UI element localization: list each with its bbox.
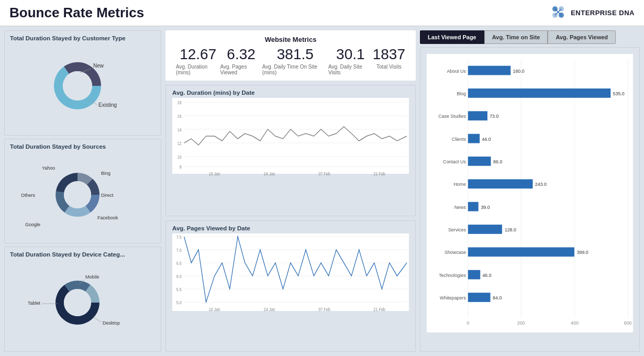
bar-chart-card: 0 200 400 600 About Us 160.0 Blog [420, 47, 640, 352]
line-chart-duration-card: Avg. Duration (mins) by Date 18 16 14 12… [165, 85, 416, 216]
svg-rect-81 [468, 157, 491, 166]
svg-text:07 Feb: 07 Feb [318, 307, 330, 312]
svg-text:24 Jan: 24 Jan [264, 171, 275, 176]
svg-rect-96 [468, 270, 480, 280]
metric-daily-visits: 30.1 Avg. Daily Site Visits [328, 47, 373, 75]
svg-text:200: 200 [517, 320, 525, 326]
svg-rect-78 [468, 134, 480, 143]
metric-avg-duration: 12.67 Avg. Duration (mins) [176, 47, 220, 75]
svg-text:5.5: 5.5 [176, 287, 182, 292]
svg-text:Bing: Bing [101, 171, 110, 176]
metric-label-pages: Avg. Pages Viewed [220, 64, 262, 75]
svg-point-18 [64, 289, 91, 316]
svg-text:5.0: 5.0 [176, 300, 182, 305]
svg-text:84.0: 84.0 [493, 295, 502, 301]
tab-last-viewed[interactable]: Last Viewed Page [420, 30, 484, 44]
svg-text:Others: Others [21, 193, 36, 198]
svg-rect-69 [468, 66, 510, 75]
svg-text:24 Jan: 24 Jan [264, 307, 275, 312]
svg-text:6.0: 6.0 [176, 274, 182, 279]
svg-point-6 [63, 71, 92, 101]
svg-text:243.0: 243.0 [535, 182, 547, 187]
svg-text:Existing: Existing [98, 102, 117, 108]
metric-avg-pages: 6.32 Avg. Pages Viewed [220, 47, 262, 75]
metrics-bar: Website Metrics 12.67 Avg. Duration (min… [165, 30, 416, 81]
svg-text:New: New [93, 63, 104, 69]
dna-icon [550, 5, 567, 21]
donut-wrapper-sources: Bing Direct Facebook Google Others Yahoo [10, 152, 156, 237]
svg-text:6.5: 6.5 [176, 261, 182, 266]
svg-text:10: 10 [177, 154, 182, 160]
svg-rect-87 [468, 202, 479, 212]
svg-text:86.0: 86.0 [493, 159, 502, 164]
tab-row: Last Viewed Page Avg. Time on Site Avg. … [420, 30, 640, 44]
metric-label-daily-visits: Avg. Daily Site Visits [328, 64, 373, 75]
svg-rect-75 [468, 111, 487, 120]
svg-text:7.5: 7.5 [176, 235, 182, 240]
svg-text:Google: Google [25, 222, 40, 227]
logo-text: ENTERPRISE DNA [571, 9, 635, 17]
line-chart-pages-card: Avg. Pages Viewed by Date 7.5 7.0 6.5 6.… [165, 220, 416, 352]
donut-title-sources: Total Duration Stayed by Sources [10, 143, 156, 150]
svg-text:Case Studies: Case Studies [438, 114, 466, 119]
svg-text:Whitepapers: Whitepapers [440, 295, 466, 301]
donut-wrapper-device: Mobile Tablet Desktop [10, 260, 156, 345]
metric-label-duration: Avg. Duration (mins) [176, 64, 220, 75]
svg-text:Mobile: Mobile [85, 274, 99, 280]
metric-label-total-visits: Total Visits [376, 64, 402, 70]
donut-card-customer-type: Total Duration Stayed by Customer Type [4, 30, 161, 136]
metrics-values: 12.67 Avg. Duration (mins) 6.32 Avg. Pag… [176, 47, 405, 75]
svg-text:21 Feb: 21 Feb [373, 307, 385, 312]
svg-text:Yahoo: Yahoo [42, 165, 55, 171]
svg-rect-90 [468, 225, 502, 234]
svg-text:Clients: Clients [452, 137, 467, 142]
svg-text:12: 12 [177, 141, 182, 146]
donut-card-device: Total Duration Stayed by Device Categ... [4, 247, 161, 352]
svg-text:Services: Services [448, 227, 467, 232]
donut-wrapper-customer: New Existing [10, 43, 156, 129]
tab-avg-pages[interactable]: Avg. Pages Viewed [548, 30, 616, 44]
svg-text:399.0: 399.0 [577, 250, 589, 255]
metric-value-daily-time: 381.5 [277, 47, 314, 63]
svg-line-24 [93, 317, 102, 322]
metric-label-daily-time: Avg. Daily Time On Site (mins) [262, 64, 328, 75]
bar-chart-svg: 0 200 400 600 About Us 160.0 Blog [427, 52, 633, 335]
svg-text:73.0: 73.0 [490, 114, 498, 119]
svg-rect-99 [468, 293, 491, 302]
svg-text:Blog: Blog [457, 91, 466, 96]
line-chart-duration-title: Avg. Duration (mins) by Date [172, 90, 409, 96]
left-panel: Total Duration Stayed by Customer Type [4, 30, 161, 352]
donut-svg-device: Mobile Tablet Desktop [25, 267, 140, 338]
svg-rect-72 [468, 88, 610, 98]
right-panel: Last Viewed Page Avg. Time on Site Avg. … [420, 30, 640, 352]
tab-avg-time[interactable]: Avg. Time on Site [484, 30, 548, 44]
svg-text:10 Jan: 10 Jan [209, 171, 220, 176]
svg-text:14: 14 [177, 127, 182, 132]
svg-text:128.0: 128.0 [505, 227, 516, 232]
svg-text:400: 400 [571, 320, 579, 326]
dashboard: Bounce Rate Metrics ENTERPRISE DNA Total… [0, 0, 644, 356]
donut-svg-sources: Bing Direct Facebook Google Others Yahoo [20, 159, 146, 230]
svg-text:10 Jan: 10 Jan [209, 307, 220, 312]
svg-text:Home: Home [453, 182, 466, 187]
svg-text:535.0: 535.0 [613, 91, 625, 96]
metric-value-total-visits: 1837 [373, 47, 405, 63]
metric-value-duration: 12.67 [180, 47, 216, 63]
center-panel: Website Metrics 12.67 Avg. Duration (min… [165, 30, 416, 352]
svg-text:News: News [454, 205, 467, 210]
svg-rect-93 [468, 247, 574, 257]
svg-rect-84 [468, 179, 533, 188]
svg-text:Tablet: Tablet [28, 301, 41, 306]
svg-text:Direct: Direct [101, 193, 114, 198]
svg-text:21 Feb: 21 Feb [373, 171, 385, 176]
svg-point-11 [64, 181, 91, 208]
svg-text:16: 16 [177, 114, 182, 119]
line-chart-duration-svg: 18 16 14 12 10 8 10 Jan 24 Jan 0 [172, 98, 409, 179]
donut-card-sources: Total Duration Stayed by Sources [4, 139, 161, 244]
line-chart-pages-svg: 7.5 7.0 6.5 6.0 5.5 5.0 10 Jan 24 Jan [172, 233, 409, 317]
svg-text:Contact Us: Contact Us [443, 159, 466, 164]
metric-value-daily-visits: 30.1 [336, 47, 365, 63]
svg-text:0: 0 [467, 320, 469, 326]
svg-text:18: 18 [177, 100, 182, 105]
metric-total-visits: 1837 Total Visits [373, 47, 405, 75]
